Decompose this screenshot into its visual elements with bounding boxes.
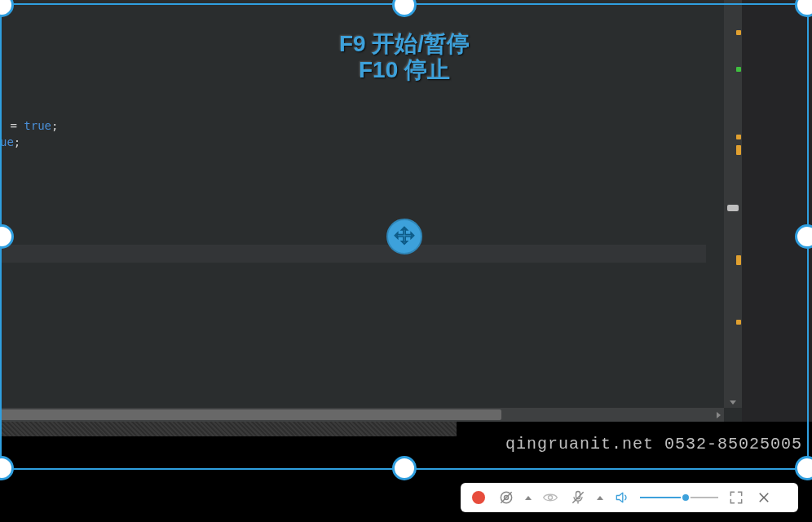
scroll-marker bbox=[736, 67, 741, 72]
record-button[interactable] bbox=[469, 488, 488, 507]
volume-slider[interactable] bbox=[640, 488, 718, 507]
speaker-icon bbox=[614, 489, 630, 506]
recorder-toolbar bbox=[461, 483, 798, 512]
slider-fill bbox=[640, 497, 686, 498]
current-line-highlight bbox=[0, 245, 706, 263]
eye-icon bbox=[542, 489, 558, 506]
code-keyword-fragment: ue bbox=[0, 135, 14, 148]
scroll-right-icon[interactable] bbox=[717, 412, 721, 418]
code-token: = bbox=[3, 119, 24, 132]
system-audio-button[interactable] bbox=[541, 488, 560, 507]
record-icon bbox=[472, 491, 485, 504]
right-side-panel bbox=[742, 0, 812, 422]
watermark-text: qingruanit.net 0532-85025005 bbox=[505, 435, 802, 453]
hscroll-thumb[interactable] bbox=[0, 409, 501, 420]
code-line: ue; bbox=[0, 135, 20, 148]
expand-down-icon[interactable] bbox=[730, 400, 736, 405]
microphone-off-button[interactable] bbox=[568, 488, 588, 507]
scroll-marker bbox=[736, 255, 741, 265]
volume-button[interactable] bbox=[612, 488, 632, 507]
mic-off-icon bbox=[570, 489, 586, 506]
webcam-menu-caret[interactable] bbox=[524, 496, 532, 500]
slider-thumb[interactable] bbox=[681, 493, 691, 502]
close-icon bbox=[757, 490, 771, 505]
vscroll-thumb[interactable] bbox=[727, 205, 739, 211]
code-editor-area: = true; ue; bbox=[0, 0, 742, 422]
code-token: ; bbox=[14, 135, 20, 148]
slider-track bbox=[640, 497, 718, 498]
status-strip bbox=[0, 422, 457, 436]
scroll-marker bbox=[736, 145, 741, 155]
fullscreen-button[interactable] bbox=[726, 488, 746, 507]
scroll-marker bbox=[736, 320, 741, 325]
svg-point-3 bbox=[549, 496, 553, 500]
webcam-off-button[interactable] bbox=[496, 488, 516, 507]
scroll-marker bbox=[736, 135, 741, 139]
horizontal-scrollbar[interactable] bbox=[0, 408, 724, 422]
code-panel[interactable]: = true; ue; bbox=[0, 0, 724, 408]
code-keyword: true bbox=[24, 119, 51, 132]
scroll-marker bbox=[736, 30, 741, 35]
vertical-scrollbar[interactable] bbox=[724, 0, 742, 408]
code-line: = true; bbox=[3, 119, 58, 132]
fullscreen-icon bbox=[728, 489, 744, 506]
code-token: ; bbox=[51, 119, 58, 132]
microphone-menu-caret[interactable] bbox=[596, 496, 604, 500]
resize-handle-bc[interactable] bbox=[392, 456, 417, 480]
camera-off-icon bbox=[498, 489, 514, 506]
close-button[interactable] bbox=[754, 488, 774, 507]
